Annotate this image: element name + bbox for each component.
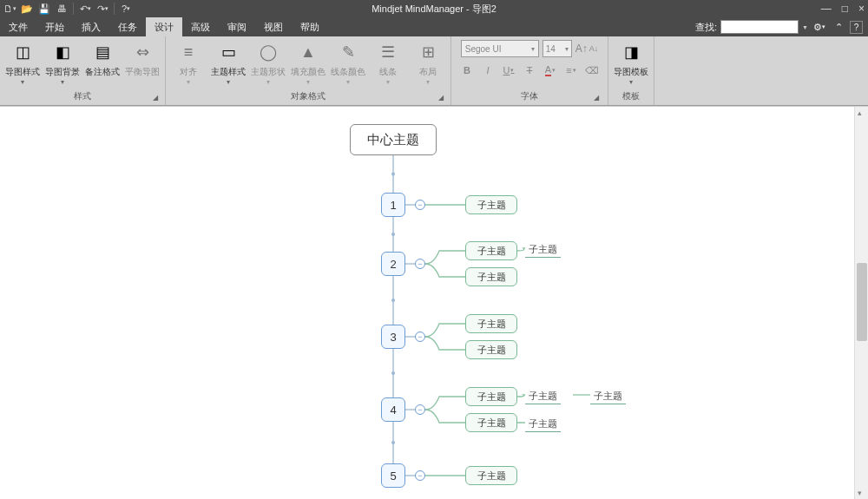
ribbon-btn-主题样式[interactable]: ▭主题样式▾ xyxy=(211,40,246,86)
underline-button[interactable]: U▾ xyxy=(500,62,517,78)
main-topic-2[interactable]: 2 xyxy=(381,252,405,276)
help-icon[interactable]: ? xyxy=(850,21,863,34)
collapse-toggle[interactable]: − xyxy=(415,332,425,342)
main-topic-1[interactable]: 1 xyxy=(381,193,405,217)
qa-redo-icon[interactable]: ↷▾ xyxy=(95,1,110,16)
central-topic[interactable]: 中心主题 xyxy=(350,124,437,155)
separator xyxy=(73,3,74,15)
ribbon-btn-对齐: ≡对齐▾ xyxy=(171,40,206,86)
group-title: 样式◢ xyxy=(5,89,160,105)
ribbon-btn-主题形状: ◯主题形状▾ xyxy=(251,40,286,86)
close-button[interactable]: × xyxy=(858,3,865,15)
font-size-select[interactable]: 14▾ xyxy=(542,40,572,57)
对齐-icon: ≡ xyxy=(176,40,201,64)
maximize-button[interactable]: □ xyxy=(842,3,848,15)
svg-point-4 xyxy=(391,233,395,236)
menu-文件[interactable]: 文件 xyxy=(0,17,36,36)
ribbon-btn-线条: ☰线条▾ xyxy=(371,40,405,86)
vertical-scrollbar[interactable]: ▴ ▾ xyxy=(854,107,868,499)
main-topic-5[interactable]: 5 xyxy=(381,463,405,488)
ribbon-btn-导图模板[interactable]: ◨导图模板▾ xyxy=(614,40,648,86)
mindmap-canvas[interactable]: 中心主题1−子主题2−子主题子主题子主题3−子主题子主题4−子主题子主题子主题子… xyxy=(0,107,854,499)
导图样式-icon: ◫ xyxy=(10,40,35,64)
sub-topic[interactable]: 子主题 xyxy=(465,466,517,485)
sub-topic[interactable]: 子主题 xyxy=(465,387,517,406)
search-label: 查找: xyxy=(695,21,717,34)
svg-point-10 xyxy=(391,371,395,375)
ribbon-btn-导图样式[interactable]: ◫导图样式▾ xyxy=(5,40,40,86)
ribbon-group-模板: ◨导图模板▾模板 xyxy=(608,36,654,105)
ribbon-btn-填充颜色: ▲填充颜色▾ xyxy=(291,40,326,86)
sub-topic[interactable]: 子主题 xyxy=(465,413,517,432)
ribbon-btn-导图背景[interactable]: ◧导图背景▾ xyxy=(45,40,80,86)
group-title: 模板 xyxy=(614,89,648,105)
布局-icon: ⊞ xyxy=(416,40,440,64)
window-controls: — □ × xyxy=(821,3,865,15)
qa-new-icon[interactable]: 🗋▾ xyxy=(2,1,17,16)
bold-button[interactable]: B xyxy=(458,62,476,78)
main-topic-3[interactable]: 3 xyxy=(381,325,405,349)
collapse-toggle[interactable]: − xyxy=(415,470,425,481)
导图背景-icon: ◧ xyxy=(50,40,75,64)
ribbon-group-对象格式: ≡对齐▾▭主题样式▾◯主题形状▾▲填充颜色▾✎线条颜色▾☰线条▾⊞布局▾对象格式… xyxy=(166,36,451,105)
shrink-font-icon[interactable]: A↓ xyxy=(589,44,599,53)
sub-topic[interactable]: 子主题 xyxy=(465,267,517,286)
leaf-topic[interactable]: 子主题 xyxy=(525,390,561,404)
menu-设计[interactable]: 设计 xyxy=(146,17,182,36)
menu-视图[interactable]: 视图 xyxy=(255,17,292,36)
collapse-toggle[interactable]: − xyxy=(415,200,425,210)
scroll-up-icon[interactable]: ▴ xyxy=(858,108,862,117)
menu-帮助[interactable]: 帮助 xyxy=(292,17,328,36)
collapse-toggle[interactable]: − xyxy=(415,404,425,415)
titlebar: 🗋▾ 📂 💾 🖶 ↶▾ ↷▾ ?▾ Mindjet MindManager - … xyxy=(0,0,868,17)
clear-format-button[interactable]: ⌫ xyxy=(583,62,601,78)
qa-save-icon[interactable]: 💾 xyxy=(36,1,52,16)
qa-open-icon[interactable]: 📂 xyxy=(19,1,35,16)
sub-topic[interactable]: 子主题 xyxy=(465,340,517,359)
主题形状-icon: ◯ xyxy=(256,40,280,64)
qa-print-icon[interactable]: 🖶 xyxy=(54,1,69,16)
leaf-topic[interactable]: 子主题 xyxy=(525,417,561,432)
平衡导图-icon: ⇔ xyxy=(130,40,155,64)
scroll-down-icon[interactable]: ▾ xyxy=(858,489,862,497)
dialog-launcher-icon[interactable]: ◢ xyxy=(153,94,158,102)
qa-help-icon[interactable]: ?▾ xyxy=(118,1,134,16)
填充颜色-icon: ▲ xyxy=(296,40,320,64)
quick-access-toolbar: 🗋▾ 📂 💾 🖶 ↶▾ ↷▾ ?▾ xyxy=(0,1,134,16)
menu-高级[interactable]: 高级 xyxy=(182,17,219,36)
italic-button[interactable]: I xyxy=(479,62,496,78)
ribbon: ◫导图样式▾◧导图背景▾▤备注格式⇔平衡导图样式◢≡对齐▾▭主题样式▾◯主题形状… xyxy=(0,36,868,106)
ribbon-btn-布局: ⊞布局▾ xyxy=(411,40,445,86)
search-options-icon[interactable]: ⚙▾ xyxy=(812,19,827,35)
svg-point-13 xyxy=(391,441,395,444)
menu-任务[interactable]: 任务 xyxy=(109,17,146,36)
collapse-ribbon-icon[interactable]: ⌃ xyxy=(831,19,846,35)
search-input[interactable] xyxy=(720,20,799,34)
dropdown-arrow-icon[interactable]: ▼ xyxy=(802,24,808,30)
dialog-launcher-icon[interactable]: ◢ xyxy=(594,94,599,102)
collapse-toggle[interactable]: − xyxy=(415,259,425,269)
qa-undo-icon[interactable]: ↶▾ xyxy=(77,1,93,16)
text-align-button[interactable]: ≡▾ xyxy=(562,62,580,78)
sub-topic[interactable]: 子主题 xyxy=(465,195,517,214)
main-topic-4[interactable]: 4 xyxy=(381,397,405,422)
menu-开始[interactable]: 开始 xyxy=(36,17,73,36)
leaf-topic[interactable]: 子主题 xyxy=(590,390,626,404)
ribbon-group-字体: Segoe UI▾ 14▾ A↑A↓ B I U▾ T A▾ ≡▾ ⌫ 字体◢ xyxy=(451,36,608,105)
sub-topic[interactable]: 子主题 xyxy=(465,241,517,260)
font-family-select[interactable]: Segoe UI▾ xyxy=(461,40,539,57)
dialog-launcher-icon[interactable]: ◢ xyxy=(438,94,444,102)
scrollbar-thumb[interactable] xyxy=(857,263,867,341)
ribbon-btn-平衡导图: ⇔平衡导图 xyxy=(125,40,160,86)
ribbon-btn-备注格式[interactable]: ▤备注格式 xyxy=(85,40,120,86)
menu-插入[interactable]: 插入 xyxy=(73,17,109,36)
sub-topic[interactable]: 子主题 xyxy=(465,314,517,333)
strikethrough-button[interactable]: T xyxy=(521,62,538,78)
ribbon-group-样式: ◫导图样式▾◧导图背景▾▤备注格式⇔平衡导图样式◢ xyxy=(0,36,166,105)
group-title: 字体◢ xyxy=(458,89,601,105)
grow-font-icon[interactable]: A↑ xyxy=(575,43,588,55)
font-color-button[interactable]: A▾ xyxy=(542,62,559,78)
menu-审阅[interactable]: 审阅 xyxy=(219,17,255,36)
leaf-topic[interactable]: 子主题 xyxy=(525,243,561,258)
minimize-button[interactable]: — xyxy=(821,3,832,15)
